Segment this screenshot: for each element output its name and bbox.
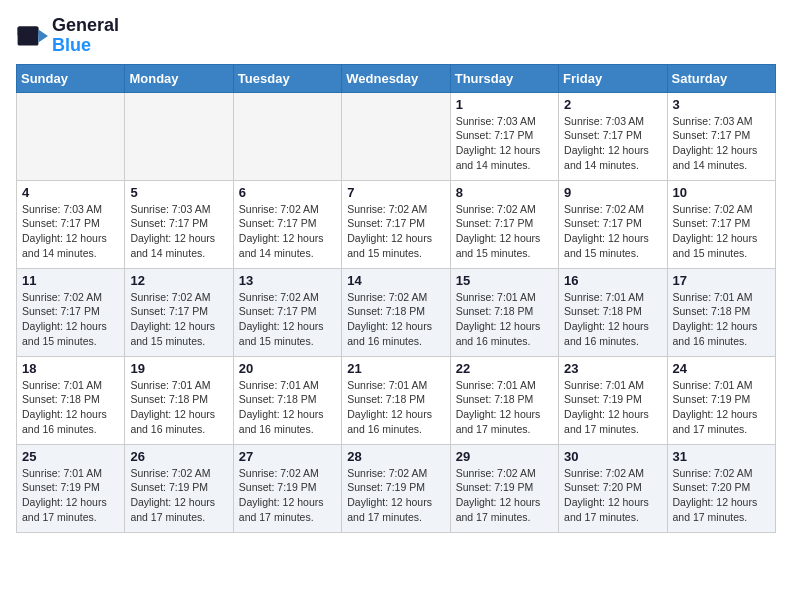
calendar-cell: 26Sunrise: 7:02 AMSunset: 7:19 PMDayligh… bbox=[125, 444, 233, 532]
calendar-cell: 17Sunrise: 7:01 AMSunset: 7:18 PMDayligh… bbox=[667, 268, 775, 356]
day-info: Sunrise: 7:01 AMSunset: 7:19 PMDaylight:… bbox=[673, 378, 770, 437]
day-info: Sunrise: 7:01 AMSunset: 7:18 PMDaylight:… bbox=[347, 378, 444, 437]
weekday-header: Sunday bbox=[17, 64, 125, 92]
calendar-cell bbox=[125, 92, 233, 180]
calendar-cell: 13Sunrise: 7:02 AMSunset: 7:17 PMDayligh… bbox=[233, 268, 341, 356]
logo-line2: Blue bbox=[52, 35, 91, 55]
day-info: Sunrise: 7:02 AMSunset: 7:19 PMDaylight:… bbox=[456, 466, 553, 525]
day-info: Sunrise: 7:01 AMSunset: 7:19 PMDaylight:… bbox=[22, 466, 119, 525]
calendar-cell: 24Sunrise: 7:01 AMSunset: 7:19 PMDayligh… bbox=[667, 356, 775, 444]
calendar-cell: 25Sunrise: 7:01 AMSunset: 7:19 PMDayligh… bbox=[17, 444, 125, 532]
day-info: Sunrise: 7:02 AMSunset: 7:18 PMDaylight:… bbox=[347, 290, 444, 349]
day-number: 16 bbox=[564, 273, 661, 288]
logo-icon bbox=[16, 20, 48, 52]
calendar-cell: 9Sunrise: 7:02 AMSunset: 7:17 PMDaylight… bbox=[559, 180, 667, 268]
calendar-cell: 23Sunrise: 7:01 AMSunset: 7:19 PMDayligh… bbox=[559, 356, 667, 444]
day-number: 9 bbox=[564, 185, 661, 200]
weekday-header: Friday bbox=[559, 64, 667, 92]
day-info: Sunrise: 7:03 AMSunset: 7:17 PMDaylight:… bbox=[564, 114, 661, 173]
calendar-cell: 15Sunrise: 7:01 AMSunset: 7:18 PMDayligh… bbox=[450, 268, 558, 356]
day-number: 5 bbox=[130, 185, 227, 200]
calendar-cell: 5Sunrise: 7:03 AMSunset: 7:17 PMDaylight… bbox=[125, 180, 233, 268]
day-number: 31 bbox=[673, 449, 770, 464]
calendar-cell: 11Sunrise: 7:02 AMSunset: 7:17 PMDayligh… bbox=[17, 268, 125, 356]
day-number: 3 bbox=[673, 97, 770, 112]
day-number: 22 bbox=[456, 361, 553, 376]
calendar-cell bbox=[233, 92, 341, 180]
logo-text: General Blue bbox=[52, 16, 119, 56]
day-number: 20 bbox=[239, 361, 336, 376]
day-number: 10 bbox=[673, 185, 770, 200]
calendar-cell: 18Sunrise: 7:01 AMSunset: 7:18 PMDayligh… bbox=[17, 356, 125, 444]
day-info: Sunrise: 7:02 AMSunset: 7:17 PMDaylight:… bbox=[239, 202, 336, 261]
header: General Blue bbox=[16, 16, 776, 56]
calendar-cell: 27Sunrise: 7:02 AMSunset: 7:19 PMDayligh… bbox=[233, 444, 341, 532]
day-number: 24 bbox=[673, 361, 770, 376]
calendar-cell: 3Sunrise: 7:03 AMSunset: 7:17 PMDaylight… bbox=[667, 92, 775, 180]
day-number: 14 bbox=[347, 273, 444, 288]
day-info: Sunrise: 7:02 AMSunset: 7:17 PMDaylight:… bbox=[564, 202, 661, 261]
day-number: 23 bbox=[564, 361, 661, 376]
calendar-cell bbox=[342, 92, 450, 180]
logo-line1: General bbox=[52, 16, 119, 36]
svg-rect-1 bbox=[18, 26, 39, 36]
calendar-cell: 4Sunrise: 7:03 AMSunset: 7:17 PMDaylight… bbox=[17, 180, 125, 268]
day-info: Sunrise: 7:02 AMSunset: 7:19 PMDaylight:… bbox=[347, 466, 444, 525]
calendar-cell: 10Sunrise: 7:02 AMSunset: 7:17 PMDayligh… bbox=[667, 180, 775, 268]
calendar-cell: 31Sunrise: 7:02 AMSunset: 7:20 PMDayligh… bbox=[667, 444, 775, 532]
day-info: Sunrise: 7:01 AMSunset: 7:18 PMDaylight:… bbox=[673, 290, 770, 349]
day-number: 19 bbox=[130, 361, 227, 376]
day-info: Sunrise: 7:01 AMSunset: 7:18 PMDaylight:… bbox=[239, 378, 336, 437]
calendar-cell: 1Sunrise: 7:03 AMSunset: 7:17 PMDaylight… bbox=[450, 92, 558, 180]
day-info: Sunrise: 7:02 AMSunset: 7:17 PMDaylight:… bbox=[130, 290, 227, 349]
day-info: Sunrise: 7:01 AMSunset: 7:18 PMDaylight:… bbox=[564, 290, 661, 349]
day-info: Sunrise: 7:01 AMSunset: 7:19 PMDaylight:… bbox=[564, 378, 661, 437]
calendar-cell: 2Sunrise: 7:03 AMSunset: 7:17 PMDaylight… bbox=[559, 92, 667, 180]
calendar-cell: 6Sunrise: 7:02 AMSunset: 7:17 PMDaylight… bbox=[233, 180, 341, 268]
day-info: Sunrise: 7:01 AMSunset: 7:18 PMDaylight:… bbox=[456, 378, 553, 437]
day-number: 12 bbox=[130, 273, 227, 288]
day-info: Sunrise: 7:02 AMSunset: 7:19 PMDaylight:… bbox=[239, 466, 336, 525]
day-info: Sunrise: 7:02 AMSunset: 7:17 PMDaylight:… bbox=[347, 202, 444, 261]
day-number: 28 bbox=[347, 449, 444, 464]
day-info: Sunrise: 7:02 AMSunset: 7:17 PMDaylight:… bbox=[239, 290, 336, 349]
day-info: Sunrise: 7:01 AMSunset: 7:18 PMDaylight:… bbox=[22, 378, 119, 437]
svg-marker-2 bbox=[38, 29, 48, 42]
calendar-cell: 7Sunrise: 7:02 AMSunset: 7:17 PMDaylight… bbox=[342, 180, 450, 268]
day-info: Sunrise: 7:03 AMSunset: 7:17 PMDaylight:… bbox=[456, 114, 553, 173]
day-info: Sunrise: 7:02 AMSunset: 7:20 PMDaylight:… bbox=[564, 466, 661, 525]
day-info: Sunrise: 7:02 AMSunset: 7:17 PMDaylight:… bbox=[673, 202, 770, 261]
day-number: 2 bbox=[564, 97, 661, 112]
calendar-cell: 21Sunrise: 7:01 AMSunset: 7:18 PMDayligh… bbox=[342, 356, 450, 444]
day-info: Sunrise: 7:02 AMSunset: 7:19 PMDaylight:… bbox=[130, 466, 227, 525]
day-number: 21 bbox=[347, 361, 444, 376]
calendar-cell: 14Sunrise: 7:02 AMSunset: 7:18 PMDayligh… bbox=[342, 268, 450, 356]
day-number: 30 bbox=[564, 449, 661, 464]
calendar-cell: 12Sunrise: 7:02 AMSunset: 7:17 PMDayligh… bbox=[125, 268, 233, 356]
calendar-cell: 29Sunrise: 7:02 AMSunset: 7:19 PMDayligh… bbox=[450, 444, 558, 532]
day-number: 18 bbox=[22, 361, 119, 376]
day-info: Sunrise: 7:03 AMSunset: 7:17 PMDaylight:… bbox=[130, 202, 227, 261]
day-number: 29 bbox=[456, 449, 553, 464]
calendar-cell bbox=[17, 92, 125, 180]
day-number: 27 bbox=[239, 449, 336, 464]
calendar-cell: 16Sunrise: 7:01 AMSunset: 7:18 PMDayligh… bbox=[559, 268, 667, 356]
calendar-cell: 20Sunrise: 7:01 AMSunset: 7:18 PMDayligh… bbox=[233, 356, 341, 444]
calendar: SundayMondayTuesdayWednesdayThursdayFrid… bbox=[16, 64, 776, 533]
day-number: 25 bbox=[22, 449, 119, 464]
weekday-header: Tuesday bbox=[233, 64, 341, 92]
calendar-cell: 19Sunrise: 7:01 AMSunset: 7:18 PMDayligh… bbox=[125, 356, 233, 444]
logo: General Blue bbox=[16, 16, 119, 56]
day-number: 17 bbox=[673, 273, 770, 288]
day-number: 6 bbox=[239, 185, 336, 200]
day-info: Sunrise: 7:02 AMSunset: 7:17 PMDaylight:… bbox=[22, 290, 119, 349]
weekday-header: Thursday bbox=[450, 64, 558, 92]
day-number: 1 bbox=[456, 97, 553, 112]
day-number: 11 bbox=[22, 273, 119, 288]
day-number: 26 bbox=[130, 449, 227, 464]
calendar-cell: 28Sunrise: 7:02 AMSunset: 7:19 PMDayligh… bbox=[342, 444, 450, 532]
calendar-cell: 22Sunrise: 7:01 AMSunset: 7:18 PMDayligh… bbox=[450, 356, 558, 444]
calendar-cell: 8Sunrise: 7:02 AMSunset: 7:17 PMDaylight… bbox=[450, 180, 558, 268]
day-info: Sunrise: 7:03 AMSunset: 7:17 PMDaylight:… bbox=[22, 202, 119, 261]
day-info: Sunrise: 7:02 AMSunset: 7:20 PMDaylight:… bbox=[673, 466, 770, 525]
